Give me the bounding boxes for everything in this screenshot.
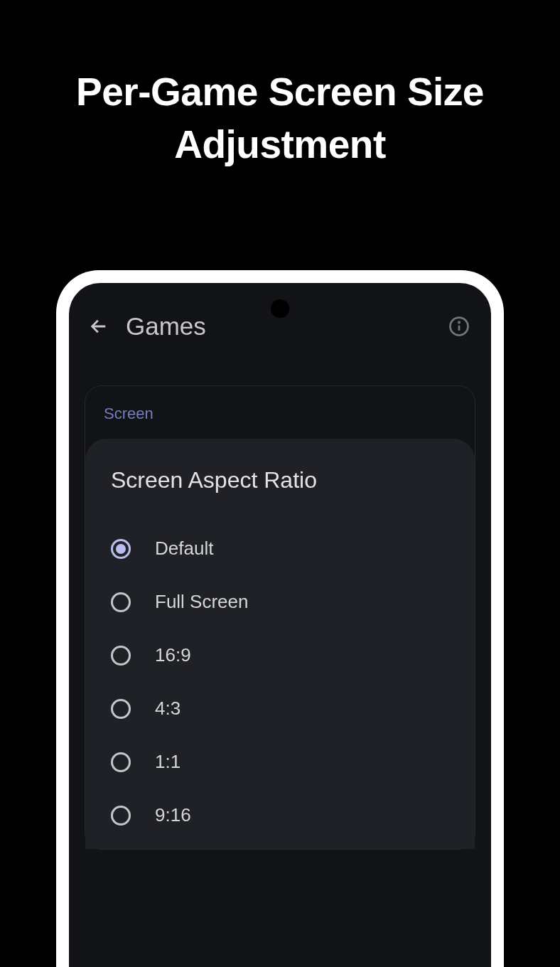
card-section-label: Screen <box>85 402 475 439</box>
app-bar: Games <box>69 283 491 347</box>
radio-label: Full Screen <box>155 591 249 613</box>
info-button[interactable] <box>447 314 471 338</box>
radio-option[interactable]: 4:3 <box>105 682 455 735</box>
phone-screen: Games Screen Screen Aspect Ratio Default… <box>69 283 491 967</box>
headline-text: Per-Game Screen Size Adjustment <box>0 0 560 171</box>
radio-option[interactable]: 9:16 <box>105 789 455 842</box>
radio-option[interactable]: 1:1 <box>105 735 455 789</box>
svg-point-3 <box>458 322 460 324</box>
aspect-ratio-dialog: Screen Aspect Ratio DefaultFull Screen16… <box>85 439 475 849</box>
radio-icon <box>111 752 131 772</box>
appbar-title: Games <box>126 312 206 341</box>
phone-frame: Games Screen Screen Aspect Ratio Default… <box>56 270 504 967</box>
radio-dot-icon <box>116 544 126 554</box>
radio-group: DefaultFull Screen16:94:31:19:16 <box>105 522 455 842</box>
settings-card: Screen Screen Aspect Ratio DefaultFull S… <box>85 385 475 850</box>
radio-label: 1:1 <box>155 751 181 773</box>
dialog-title: Screen Aspect Ratio <box>105 467 455 493</box>
radio-icon <box>111 699 131 719</box>
radio-option[interactable]: 16:9 <box>105 629 455 682</box>
radio-label: Default <box>155 538 213 560</box>
radio-label: 9:16 <box>155 804 191 826</box>
info-icon <box>448 316 470 337</box>
radio-icon <box>111 646 131 666</box>
radio-label: 16:9 <box>155 644 191 666</box>
radio-icon <box>111 539 131 559</box>
radio-option[interactable]: Default <box>105 522 455 575</box>
radio-label: 4:3 <box>155 698 181 720</box>
back-button[interactable] <box>85 312 113 341</box>
arrow-left-icon <box>89 316 109 336</box>
radio-option[interactable]: Full Screen <box>105 575 455 629</box>
radio-icon <box>111 592 131 612</box>
radio-icon <box>111 806 131 826</box>
